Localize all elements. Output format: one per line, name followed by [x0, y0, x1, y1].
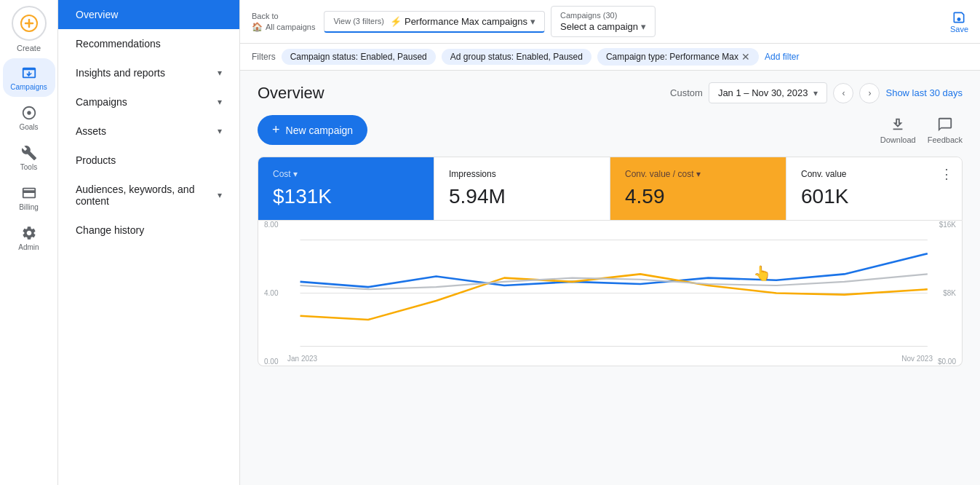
chart-y-labels-left: 8.00 4.00 0.00	[264, 221, 278, 366]
add-filter-button[interactable]: Add filter	[765, 52, 799, 62]
campaigns-selector[interactable]: Campaigns (30) Select a campaign ▾	[551, 6, 656, 37]
metrics-row: Cost ▾ $131K Impressions 5.94M Conv. val…	[258, 157, 963, 221]
create-label: Create	[17, 44, 41, 52]
chart-container: 8.00 4.00 0.00 $16K $8K $0.00	[258, 221, 963, 366]
metric-card-impressions[interactable]: Impressions 5.94M	[434, 157, 610, 220]
metric-header-conv-value: Conv. value	[801, 169, 947, 179]
nav-item-campaigns[interactable]: Campaigns ▾	[58, 87, 239, 117]
billing-label: Billing	[19, 203, 39, 211]
metric-card-cost[interactable]: Cost ▾ $131K	[258, 157, 434, 220]
nav-item-audiences[interactable]: Audiences, keywords, and content ▾	[58, 175, 239, 216]
home-icon: 🏠	[252, 22, 263, 32]
sidebar-item-admin[interactable]: Admin	[3, 218, 55, 257]
new-campaign-button[interactable]: + New campaign	[258, 115, 367, 145]
back-text: Back to	[252, 12, 279, 20]
show-last-30-days-button[interactable]: Show last 30 days	[885, 87, 963, 98]
nav-item-recommendations[interactable]: Recommendations	[58, 29, 239, 58]
campaigns-label: Campaigns (30)	[560, 11, 646, 20]
metric-value-conv-value: 601K	[801, 185, 947, 208]
date-range-value: Jan 1 – Nov 30, 2023	[718, 87, 808, 98]
view-label: View (3 filters)	[333, 17, 383, 25]
nav-item-products[interactable]: Products	[58, 146, 239, 175]
metrics-chart-container: Cost ▾ $131K Impressions 5.94M Conv. val…	[258, 157, 963, 366]
chart-svg	[270, 232, 950, 354]
campaigns-value: Select a campaign	[560, 21, 638, 32]
prev-date-button[interactable]: ‹	[833, 83, 853, 103]
create-button[interactable]	[12, 6, 47, 41]
filters-label: Filters	[252, 52, 276, 62]
sidebar-item-goals[interactable]: Goals	[3, 98, 55, 137]
view-value: Performance Max campaigns	[405, 16, 527, 27]
admin-icon	[20, 224, 38, 242]
overview-title: Overview	[258, 84, 324, 103]
campaigns-icon	[20, 64, 38, 82]
perf-max-icon: ⚡	[390, 16, 402, 27]
chevron-down-icon: ▾	[218, 190, 222, 200]
nav-item-assets[interactable]: Assets ▾	[58, 117, 239, 146]
more-options-button[interactable]: ⋮	[940, 166, 953, 182]
save-label: Save	[950, 25, 968, 33]
tools-label: Tools	[20, 163, 37, 171]
filters-bar: Filters Campaign status: Enabled, Paused…	[240, 44, 980, 71]
cursor-icon: 👆	[753, 264, 771, 282]
metric-value-conv-value-cost: 4.59	[625, 185, 771, 208]
custom-label: Custom	[670, 87, 703, 98]
chart-x-labels: Jan 2023 Nov 2023	[287, 355, 933, 363]
admin-label: Admin	[18, 243, 39, 251]
filter-chip-campaign-type[interactable]: Campaign type: Performance Max ✕	[597, 48, 759, 66]
plus-icon: +	[272, 122, 280, 138]
remove-filter-icon[interactable]: ✕	[741, 51, 750, 63]
chevron-down-icon: ▾	[218, 97, 222, 107]
metric-card-conv-value[interactable]: Conv. value 601K ⋮	[786, 157, 962, 220]
save-button[interactable]: Save	[950, 10, 968, 33]
all-campaigns-link[interactable]: 🏠 All campaigns	[252, 22, 315, 32]
view-selector[interactable]: View (3 filters) ⚡ Performance Max campa…	[324, 11, 545, 33]
nav-item-insights[interactable]: Insights and reports ▾	[58, 58, 239, 87]
sidebar-item-billing[interactable]: Billing	[3, 178, 55, 217]
goals-label: Goals	[19, 123, 38, 131]
billing-icon	[20, 184, 38, 202]
sidebar: Create Campaigns Goals Tools Billing Adm…	[0, 0, 58, 485]
metric-header-conv-value-cost: Conv. value / cost ▾	[625, 169, 771, 179]
next-date-button[interactable]: ›	[859, 83, 880, 103]
metric-value-cost: $131K	[273, 185, 419, 208]
download-button[interactable]: Download	[880, 117, 916, 144]
dropdown-icon: ▾	[530, 16, 535, 27]
top-bar: Back to 🏠 All campaigns View (3 filters)…	[240, 0, 980, 44]
feedback-label: Feedback	[928, 135, 963, 144]
sidebar-item-campaigns[interactable]: Campaigns	[3, 58, 55, 97]
nav-item-overview[interactable]: Overview	[58, 0, 239, 29]
metric-header-impressions: Impressions	[449, 169, 595, 179]
nav-panel: Overview Recommendations Insights and re…	[58, 0, 240, 485]
metric-value-impressions: 5.94M	[449, 185, 595, 208]
goals-icon	[20, 104, 38, 122]
tools-icon	[20, 144, 38, 162]
nav-item-change-history[interactable]: Change history	[58, 216, 239, 245]
campaigns-label: Campaigns	[10, 83, 47, 91]
metric-card-conv-value-cost[interactable]: Conv. value / cost ▾ 4.59	[610, 157, 786, 220]
main-content: Back to 🏠 All campaigns View (3 filters)…	[240, 0, 980, 485]
dropdown-icon: ▾	[813, 88, 818, 98]
download-label: Download	[880, 135, 916, 144]
filter-chip-campaign-status[interactable]: Campaign status: Enabled, Paused	[282, 49, 436, 65]
action-icons: Download Feedback	[880, 117, 963, 144]
chevron-down-icon: ▾	[218, 68, 222, 78]
action-row: + New campaign Download Feedback	[258, 115, 963, 145]
date-range-selector[interactable]: Jan 1 – Nov 30, 2023 ▾	[709, 82, 828, 103]
overview-header: Overview Custom Jan 1 – Nov 30, 2023 ▾ ‹…	[258, 82, 963, 103]
content-area: Overview Custom Jan 1 – Nov 30, 2023 ▾ ‹…	[240, 71, 980, 485]
filter-chip-ad-group-status[interactable]: Ad group status: Enabled, Paused	[442, 49, 591, 65]
dropdown-arrow-icon: ▾	[641, 21, 646, 32]
date-controls: Custom Jan 1 – Nov 30, 2023 ▾ ‹ › Show l…	[670, 82, 963, 103]
metric-header-cost: Cost ▾	[273, 169, 419, 179]
sidebar-item-tools[interactable]: Tools	[3, 138, 55, 177]
feedback-button[interactable]: Feedback	[928, 117, 963, 144]
back-to-link[interactable]: Back to	[252, 12, 315, 20]
chevron-down-icon: ▾	[218, 126, 222, 136]
chart-y-labels-right: $16K $8K $0.00	[938, 221, 956, 366]
